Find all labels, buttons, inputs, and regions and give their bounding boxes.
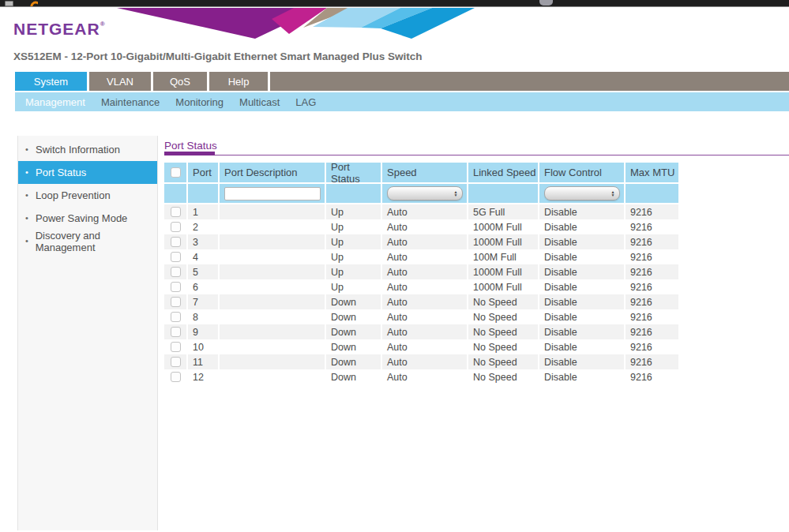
cell-description <box>220 234 325 249</box>
row-checkbox[interactable] <box>171 282 181 292</box>
cell-status: Up <box>326 219 381 234</box>
table-row: 7DownAutoNo SpeedDisable9216 <box>164 294 678 309</box>
cell-speed: Auto <box>382 249 467 264</box>
row-checkbox-cell <box>164 354 186 369</box>
select-stepper-icon: ▲▼ <box>611 190 615 197</box>
sidebar-menu: •Switch Information•Port Status•Loop Pre… <box>17 136 158 530</box>
port-status-table: PortPort DescriptionPort StatusSpeedLink… <box>164 163 678 384</box>
sidebar-item-label: Discovery and Management <box>36 230 157 253</box>
cell-port: 5 <box>188 264 218 279</box>
row-checkbox-cell <box>164 369 186 384</box>
bullet-icon: • <box>25 145 32 154</box>
nav-tab-qos[interactable]: QoS <box>153 72 207 91</box>
header-label: Speed <box>387 167 417 178</box>
subnav-item-monitoring[interactable]: Monitoring <box>174 96 225 108</box>
cell-max_mtu: 9216 <box>626 369 678 384</box>
flow-control-filter-select[interactable]: ▲▼ <box>544 186 620 200</box>
cell-linked_speed: 1000M Full <box>468 279 538 294</box>
filter-cell-5 <box>468 184 538 203</box>
cell-status: Down <box>326 309 381 324</box>
nav-tab-vlan[interactable]: VLAN <box>89 72 151 91</box>
table-row: 5UpAuto1000M FullDisable9216 <box>164 264 678 279</box>
cell-status: Down <box>326 294 381 309</box>
row-checkbox[interactable] <box>171 357 181 367</box>
row-checkbox[interactable] <box>171 252 181 262</box>
cell-port: 4 <box>188 249 218 264</box>
cell-status: Down <box>326 354 381 369</box>
cell-port: 11 <box>188 354 218 369</box>
section-title: Port Status <box>164 140 217 152</box>
header-cell-linked-speed: Linked Speed <box>468 163 538 182</box>
filter-cell-3 <box>326 184 381 203</box>
sidebar-item-port-status[interactable]: •Port Status <box>18 161 157 184</box>
select-all-checkbox[interactable] <box>171 167 181 178</box>
cell-speed: Auto <box>382 219 467 234</box>
cell-flow_control: Disable <box>539 324 624 339</box>
row-checkbox-cell <box>164 294 186 309</box>
nav-tab-help[interactable]: Help <box>209 72 268 91</box>
row-checkbox-cell <box>164 339 186 354</box>
table-row: 11DownAutoNo SpeedDisable9216 <box>164 354 678 369</box>
row-checkbox[interactable] <box>171 267 181 277</box>
subnav-item-management[interactable]: Management <box>24 96 87 108</box>
firefox-icon[interactable] <box>30 0 38 6</box>
device-title: XS512EM - 12-Port 10-Gigabit/Multi-Gigab… <box>13 51 423 62</box>
tab-handle[interactable] <box>539 0 553 6</box>
subnav-item-lag[interactable]: LAG <box>294 96 317 108</box>
port-description-filter-input[interactable] <box>224 187 321 200</box>
filter-cell-2 <box>220 184 325 203</box>
cell-description <box>220 369 325 384</box>
cell-max_mtu: 9216 <box>626 264 678 279</box>
cell-speed: Auto <box>382 294 467 309</box>
table-body: 1UpAuto5G FullDisable92162UpAuto1000M Fu… <box>164 204 678 384</box>
cell-description <box>220 264 325 279</box>
cell-description <box>220 279 325 294</box>
table-row: 12DownAutoNo SpeedDisable9216 <box>164 369 678 384</box>
cell-port: 3 <box>188 234 218 249</box>
sidebar-item-discovery-and-management[interactable]: •Discovery and Management <box>18 230 157 253</box>
app-window-icon[interactable] <box>5 1 13 6</box>
table-filter-row: ▲▼▲▼ <box>164 184 678 203</box>
banner-graphic <box>0 8 789 47</box>
cell-speed: Auto <box>382 324 467 339</box>
row-checkbox[interactable] <box>171 297 181 307</box>
row-checkbox[interactable] <box>171 342 181 352</box>
cell-port: 6 <box>188 279 218 294</box>
sidebar-item-power-saving-mode[interactable]: •Power Saving Mode <box>18 207 157 230</box>
cell-flow_control: Disable <box>539 264 624 279</box>
cell-status: Down <box>326 324 381 339</box>
row-checkbox[interactable] <box>171 207 181 217</box>
cell-linked_speed: No Speed <box>468 324 538 339</box>
row-checkbox[interactable] <box>171 312 181 322</box>
sidebar-item-loop-prevention[interactable]: •Loop Prevention <box>18 184 157 207</box>
cell-description <box>220 339 325 354</box>
table-row: 10DownAutoNo SpeedDisable9216 <box>164 339 678 354</box>
row-checkbox[interactable] <box>171 222 181 232</box>
row-checkbox[interactable] <box>171 372 181 382</box>
speed-filter-select[interactable]: ▲▼ <box>387 186 463 200</box>
row-checkbox-cell <box>164 324 186 339</box>
row-checkbox-cell <box>164 219 186 234</box>
filter-cell-7 <box>626 184 678 203</box>
sidebar-item-switch-information[interactable]: •Switch Information <box>18 138 157 161</box>
nav-tab-system[interactable]: System <box>15 72 87 91</box>
cell-max_mtu: 9216 <box>626 354 678 369</box>
netgear-logo: NETGEAR® <box>13 20 106 39</box>
browser-top-strip <box>0 0 789 7</box>
cell-speed: Auto <box>382 264 467 279</box>
cell-flow_control: Disable <box>539 354 624 369</box>
cell-speed: Auto <box>382 354 467 369</box>
header-cell-speed: Speed <box>382 163 467 182</box>
cell-status: Down <box>326 369 381 384</box>
subnav-item-maintenance[interactable]: Maintenance <box>100 96 161 108</box>
cell-linked_speed: No Speed <box>468 339 538 354</box>
cell-speed: Auto <box>382 279 467 294</box>
cell-flow_control: Disable <box>539 219 624 234</box>
row-checkbox-cell <box>164 309 186 324</box>
cell-linked_speed: No Speed <box>468 309 538 324</box>
row-checkbox[interactable] <box>171 327 181 337</box>
cell-linked_speed: 1000M Full <box>468 219 538 234</box>
table-row: 9DownAutoNo SpeedDisable9216 <box>164 324 678 339</box>
row-checkbox[interactable] <box>171 237 181 247</box>
subnav-item-multicast[interactable]: Multicast <box>238 96 281 108</box>
